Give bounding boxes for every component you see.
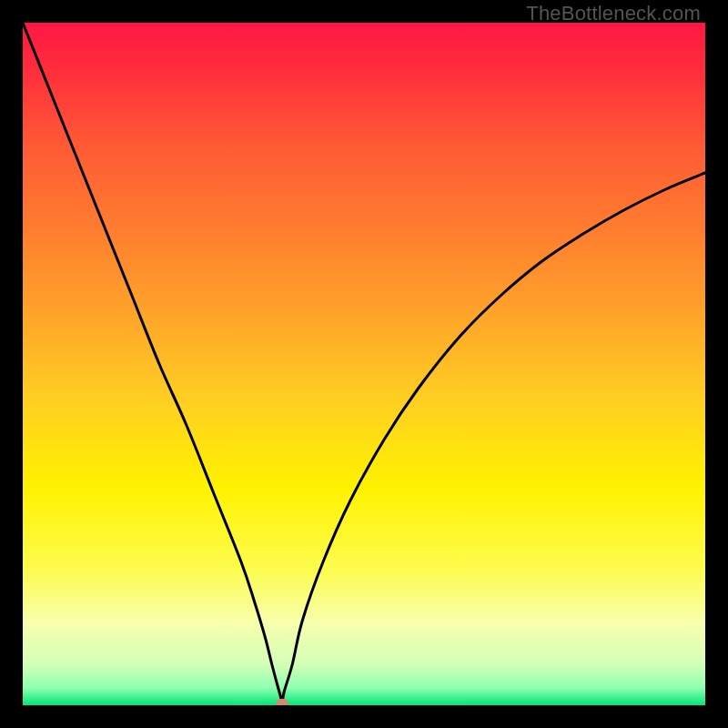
chart-background: [23, 23, 705, 705]
bottleneck-chart: [23, 23, 705, 705]
chart-frame: [23, 23, 705, 705]
